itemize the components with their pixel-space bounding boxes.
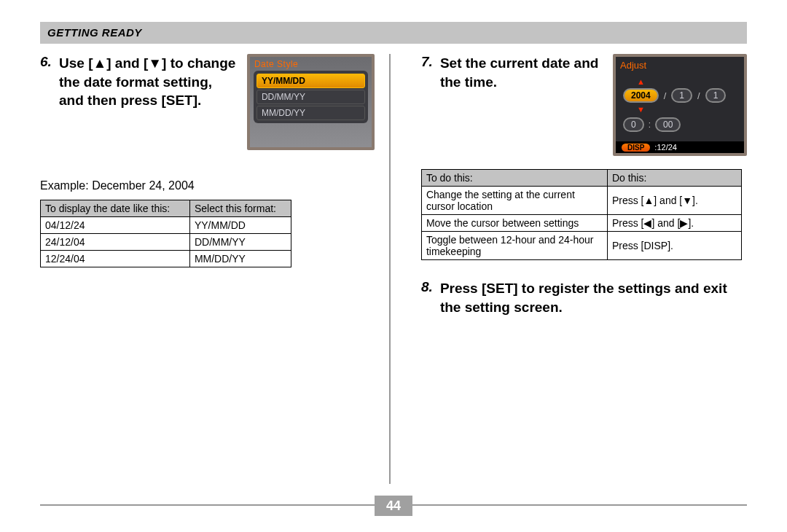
step-6-number: 6. bbox=[40, 54, 59, 150]
triangle-down-icon: ▼ bbox=[637, 105, 645, 114]
right-column: 7. Set the current date and the time. Ad… bbox=[398, 54, 747, 484]
triangle-up-icon: ▲ bbox=[637, 77, 645, 86]
adjust-footer: DISP :12/24 bbox=[616, 141, 744, 153]
disp-value: :12/24 bbox=[654, 143, 677, 152]
table-header: To display the date like this: bbox=[41, 200, 190, 217]
table-row: 12/24/04 MM/DD/YY bbox=[41, 251, 291, 267]
adjust-title: Adjust bbox=[616, 57, 744, 72]
separator: / bbox=[697, 90, 700, 101]
date-style-screenshot: Date Style YY/MM/DD DD/MM/YY MM/DD/YY bbox=[247, 54, 375, 150]
step-6-body: Use [▲] and [▼] to change the date forma… bbox=[59, 54, 375, 150]
date-style-option-box: YY/MM/DD DD/MM/YY MM/DD/YY bbox=[254, 71, 368, 123]
table-row: Toggle between 12-hour and 24-hour timek… bbox=[421, 232, 741, 260]
table-row: Move the cursor between settings Press [… bbox=[421, 215, 741, 232]
section-header-title: Getting Ready bbox=[47, 26, 142, 39]
page-number: 44 bbox=[375, 496, 412, 516]
table-cell: Press [DISP]. bbox=[607, 232, 741, 260]
example-label: Example: December 24, 2004 bbox=[40, 179, 375, 192]
separator: / bbox=[664, 90, 667, 101]
table-cell: Change the setting at the current cursor… bbox=[421, 187, 607, 215]
year-cell: 2004 bbox=[623, 88, 659, 103]
step-6: 6. Use [▲] and [▼] to change the date fo… bbox=[40, 54, 375, 150]
step-7: 7. Set the current date and the time. Ad… bbox=[421, 54, 747, 156]
table-cell: Move the cursor between settings bbox=[421, 215, 607, 232]
step-7-number: 7. bbox=[421, 54, 440, 156]
table-header: Select this format: bbox=[189, 200, 291, 217]
step-8-text: Press [SET] to register the settings and… bbox=[440, 279, 747, 316]
separator: : bbox=[649, 120, 651, 130]
table-header: Do this: bbox=[607, 170, 741, 187]
table-row: 24/12/04 DD/MM/YY bbox=[41, 234, 291, 251]
adjust-time-row: 0 : 00 bbox=[623, 117, 740, 132]
table-cell: MM/DD/YY bbox=[189, 251, 291, 267]
section-header: Getting Ready bbox=[40, 22, 747, 44]
step-8: 8. Press [SET] to register the settings … bbox=[421, 279, 747, 316]
disp-badge: DISP bbox=[622, 144, 650, 152]
step-7-text: Set the current date and the time. bbox=[440, 54, 603, 156]
day-cell: 1 bbox=[705, 88, 727, 103]
year-cell-wrap: ▲ 2004 ▼ bbox=[623, 88, 659, 103]
step-8-number: 8. bbox=[421, 279, 440, 316]
adjust-screenshot: Adjust ▲ 2004 ▼ / 1 / 1 bbox=[613, 54, 747, 156]
table-cell: Toggle between 12-hour and 24-hour timek… bbox=[421, 232, 607, 260]
date-format-table: To display the date like this: Select th… bbox=[40, 200, 291, 267]
table-cell: Press [◀] and [▶]. bbox=[607, 215, 741, 232]
table-cell: Press [▲] and [▼]. bbox=[607, 187, 741, 215]
date-style-title: Date Style bbox=[250, 57, 372, 71]
table-row: 04/12/24 YY/MM/DD bbox=[41, 217, 291, 234]
controls-table: To do this: Do this: Change the setting … bbox=[421, 169, 742, 260]
table-row: Change the setting at the current cursor… bbox=[421, 187, 741, 215]
page-footer: 44 bbox=[40, 504, 747, 516]
left-column: 6. Use [▲] and [▼] to change the date fo… bbox=[40, 54, 389, 484]
date-style-option-selected: YY/MM/DD bbox=[257, 74, 365, 88]
table-header: To do this: bbox=[421, 170, 607, 187]
month-cell: 1 bbox=[671, 88, 692, 103]
hour-cell: 0 bbox=[623, 117, 644, 132]
date-style-option: MM/DD/YY bbox=[257, 106, 365, 120]
page-container: Getting Ready 6. Use [▲] and [▼] to chan… bbox=[0, 0, 787, 532]
two-column-layout: 6. Use [▲] and [▼] to change the date fo… bbox=[40, 54, 747, 484]
table-cell: 04/12/24 bbox=[41, 217, 190, 234]
date-style-option: DD/MM/YY bbox=[257, 90, 365, 104]
minute-cell: 00 bbox=[655, 117, 681, 132]
adjust-date-row: ▲ 2004 ▼ / 1 / 1 bbox=[623, 88, 740, 103]
table-cell: 24/12/04 bbox=[41, 234, 190, 251]
step-7-body: Set the current date and the time. Adjus… bbox=[440, 54, 747, 156]
column-divider bbox=[389, 54, 391, 484]
table-cell: YY/MM/DD bbox=[189, 217, 291, 234]
table-cell: DD/MM/YY bbox=[189, 234, 291, 251]
step-6-text: Use [▲] and [▼] to change the date forma… bbox=[59, 54, 237, 150]
table-cell: 12/24/04 bbox=[41, 251, 190, 267]
